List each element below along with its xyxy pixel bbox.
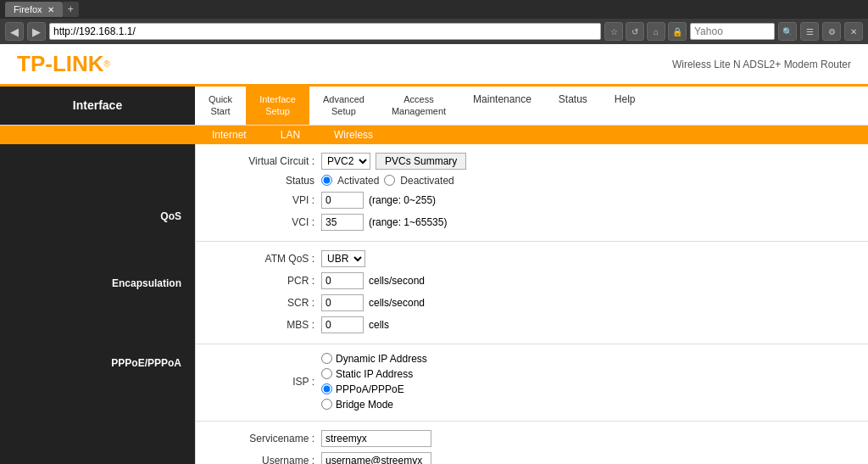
isp-dynamic-label: Dynamic IP Address	[336, 353, 427, 365]
isp-static-radio[interactable]	[321, 368, 332, 379]
nav-help[interactable]: Help	[601, 87, 649, 125]
page: TP-LINK® Wireless Lite N ADSL2+ Modem Ro…	[0, 44, 868, 464]
pcr-unit: cells/second	[369, 275, 425, 287]
mbs-label: MBS :	[213, 319, 314, 331]
pcr-label: PCR :	[213, 275, 314, 287]
close-icon[interactable]: ✕	[844, 22, 863, 41]
nav-advanced-setup[interactable]: Advanced Setup	[309, 87, 378, 125]
search-input[interactable]	[690, 23, 775, 40]
browser-tab[interactable]: Firefox ✕	[5, 2, 63, 17]
atm-qos-select[interactable]: UBR	[321, 250, 365, 267]
forward-button[interactable]: ▶	[27, 22, 46, 41]
isp-pppoe-label: PPPoA/PPPoE	[336, 383, 404, 395]
sub-nav: Internet LAN Wireless	[0, 126, 868, 144]
main-nav: Interface Quick Start Interface Setup Ad…	[0, 87, 868, 126]
settings-icon[interactable]: ⚙	[822, 22, 841, 41]
scr-input[interactable]	[321, 294, 364, 311]
tab-close-icon[interactable]: ✕	[47, 5, 54, 14]
virtual-circuit-label: Virtual Circuit :	[213, 155, 314, 167]
subnav-lan[interactable]: LAN	[264, 126, 317, 144]
scr-unit: cells/second	[369, 297, 425, 309]
username-input[interactable]	[321, 452, 431, 464]
status-deactivated-radio[interactable]	[384, 175, 395, 186]
isp-dynamic-radio[interactable]	[321, 353, 332, 364]
isp-row: ISP : Dynamic IP Address Static IP Addre…	[213, 353, 851, 411]
refresh-icon[interactable]: ↺	[626, 22, 644, 41]
menu-icon[interactable]: ☰	[800, 22, 819, 41]
scr-row: SCR : cells/second	[213, 294, 851, 311]
isp-static-label: Static IP Address	[336, 368, 413, 380]
pcr-input[interactable]	[321, 272, 364, 289]
nav-maintenance[interactable]: Maintenance	[459, 87, 545, 125]
logo-text: TP-LINK	[17, 51, 104, 76]
virtual-circuit-value: PVC2 PVCs Summary	[321, 153, 466, 170]
vpi-input[interactable]	[321, 192, 364, 209]
content-area: QoS Encapsulation PPPoE/PPPoA Connection…	[0, 144, 868, 464]
vci-value: (range: 1~65535)	[321, 214, 447, 231]
mbs-unit: cells	[369, 319, 389, 331]
sidebar-connection: Connection Setting	[0, 458, 195, 464]
isp-static-ip: Static IP Address	[321, 368, 413, 380]
vci-input[interactable]	[321, 214, 364, 231]
sidebar: QoS Encapsulation PPPoE/PPPoA Connection…	[0, 144, 195, 464]
virtual-circuit-select[interactable]: PVC2	[321, 153, 370, 170]
isp-label: ISP :	[213, 376, 314, 388]
isp-pppoe-radio[interactable]	[321, 383, 332, 394]
status-activated-radio[interactable]	[321, 175, 332, 186]
pvc-summary-button[interactable]: PVCs Summary	[376, 153, 466, 170]
nav-status[interactable]: Status	[545, 87, 601, 125]
atm-qos-value: UBR	[321, 250, 365, 267]
status-row: Status Activated Deactivated	[213, 175, 851, 187]
home-icon[interactable]: ⌂	[647, 22, 665, 41]
nav-access-management[interactable]: Access Management	[378, 87, 459, 125]
browser-titlebar: Firefox ✕ +	[0, 0, 868, 19]
shield-icon[interactable]: 🔒	[668, 22, 687, 41]
pcr-value: cells/second	[321, 272, 425, 289]
sidebar-encapsulation: Encapsulation	[0, 269, 195, 298]
isp-bridge-label: Bridge Mode	[336, 399, 393, 411]
isp-dynamic-ip: Dynamic IP Address	[321, 353, 427, 365]
pcr-row: PCR : cells/second	[213, 272, 851, 289]
subnav-internet[interactable]: Internet	[195, 126, 264, 144]
isp-bridge: Bridge Mode	[321, 399, 393, 411]
logo-tm: ®	[104, 59, 110, 69]
username-row: Username :	[213, 452, 851, 464]
atm-qos-row: ATM QoS : UBR	[213, 250, 851, 267]
search-icon[interactable]: 🔍	[778, 22, 797, 41]
nav-interface-setup[interactable]: Interface Setup	[246, 87, 309, 125]
pppoe-section: Servicename : Username : Password : Enca…	[196, 421, 868, 464]
vci-label: VCI :	[213, 216, 314, 228]
router-header: TP-LINK® Wireless Lite N ADSL2+ Modem Ro…	[0, 44, 868, 87]
status-value: Activated Deactivated	[321, 175, 454, 187]
servicename-input[interactable]	[321, 430, 431, 447]
vpi-value: (range: 0~255)	[321, 192, 436, 209]
mbs-input[interactable]	[321, 316, 364, 333]
vci-range: (range: 1~65535)	[369, 216, 447, 228]
status-label: Status	[213, 175, 314, 187]
sidebar-pppoe: PPPoE/PPPoA	[0, 349, 195, 377]
router-title: Wireless Lite N ADSL2+ Modem Router	[672, 59, 851, 70]
bookmark-icon[interactable]: ☆	[604, 22, 623, 41]
interface-nav-label: Interface	[0, 87, 195, 125]
new-tab-button[interactable]: +	[63, 2, 79, 17]
mbs-row: MBS : cells	[213, 316, 851, 333]
vpi-range: (range: 0~255)	[369, 194, 436, 206]
isp-bridge-radio[interactable]	[321, 399, 332, 410]
vc-section: Virtual Circuit : PVC2 PVCs Summary Stat…	[196, 144, 868, 241]
subnav-wireless[interactable]: Wireless	[317, 126, 390, 144]
main-content: Virtual Circuit : PVC2 PVCs Summary Stat…	[195, 144, 868, 464]
nav-quick-start[interactable]: Quick Start	[195, 87, 246, 125]
qos-section: ATM QoS : UBR PCR : cells/second SC	[196, 241, 868, 344]
scr-value: cells/second	[321, 294, 425, 311]
sidebar-qos: QoS	[0, 202, 195, 231]
browser-chrome: Firefox ✕ + ◀ ▶ ☆ ↺ ⌂ 🔒 🔍 ☰ ⚙ ✕	[0, 0, 868, 44]
address-bar[interactable]	[49, 23, 601, 40]
mbs-value: cells	[321, 316, 389, 333]
virtual-circuit-row: Virtual Circuit : PVC2 PVCs Summary	[213, 153, 851, 170]
browser-toolbar: ◀ ▶ ☆ ↺ ⌂ 🔒 🔍 ☰ ⚙ ✕	[0, 19, 868, 44]
status-deactivated-label: Deactivated	[400, 175, 453, 187]
vci-row: VCI : (range: 1~65535)	[213, 214, 851, 231]
back-button[interactable]: ◀	[5, 22, 24, 41]
servicename-label: Servicename :	[213, 433, 314, 444]
vpi-label: VPI :	[213, 194, 314, 206]
